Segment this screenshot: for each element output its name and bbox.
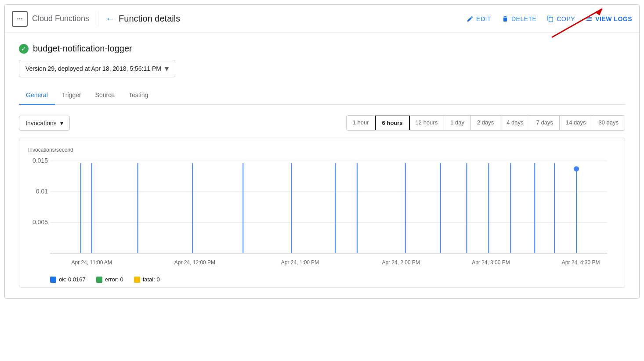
tab-trigger[interactable]: Trigger bbox=[55, 86, 88, 105]
svg-text:Apr 24, 1:00 PM: Apr 24, 1:00 PM bbox=[281, 259, 319, 266]
svg-text:Apr 24, 4:30 PM: Apr 24, 4:30 PM bbox=[562, 259, 600, 266]
time-range-buttons: 1 hour 6 hours 12 hours 1 day 2 days 4 d… bbox=[346, 115, 625, 131]
top-nav: ··· Cloud Functions ← Function details E… bbox=[5, 5, 639, 33]
svg-text:Apr 24, 12:00 PM: Apr 24, 12:00 PM bbox=[174, 259, 215, 266]
tabs-bar: General Trigger Source Testing bbox=[19, 86, 625, 105]
delete-button[interactable]: DELETE bbox=[502, 15, 536, 22]
edit-button[interactable]: EDIT bbox=[467, 15, 491, 22]
chart-svg: 0.015 0.01 0.005 bbox=[28, 157, 616, 271]
time-btn-4days[interactable]: 4 days bbox=[500, 116, 530, 130]
time-btn-14days[interactable]: 14 days bbox=[560, 116, 593, 130]
time-btn-7days[interactable]: 7 days bbox=[530, 116, 560, 130]
function-name: budget-notification-logger bbox=[33, 44, 132, 54]
svg-text:Apr 24, 2:00 PM: Apr 24, 2:00 PM bbox=[382, 259, 420, 266]
metric-selector[interactable]: Invocations ▾ bbox=[19, 116, 70, 131]
legend-ok-color bbox=[50, 277, 56, 283]
view-logs-button[interactable]: VIEW LOGS bbox=[586, 15, 632, 22]
time-btn-1day[interactable]: 1 day bbox=[444, 116, 471, 130]
tab-testing[interactable]: Testing bbox=[122, 86, 155, 105]
y-axis-label: Invocations/second bbox=[28, 147, 616, 153]
view-logs-icon bbox=[586, 15, 593, 22]
legend-fatal-label: fatal: 0 bbox=[143, 276, 160, 283]
legend-error-label: error: 0 bbox=[105, 276, 123, 283]
function-header: ✓ budget-notification-logger bbox=[19, 44, 625, 54]
main-content: ✓ budget-notification-logger Version 29,… bbox=[5, 33, 639, 298]
chart-area: 0.015 0.01 0.005 bbox=[28, 157, 616, 271]
edit-icon bbox=[467, 15, 474, 22]
version-label: Version 29, deployed at Apr 18, 2018, 5:… bbox=[25, 65, 161, 72]
tab-general[interactable]: General bbox=[19, 86, 55, 105]
logo-icon: ··· bbox=[12, 11, 28, 27]
version-selector[interactable]: Version 29, deployed at Apr 18, 2018, 5:… bbox=[19, 60, 175, 77]
legend-ok: ok: 0.0167 bbox=[50, 276, 86, 283]
legend-fatal: fatal: 0 bbox=[134, 276, 160, 283]
page-title: Function details bbox=[119, 14, 467, 24]
legend-error: error: 0 bbox=[96, 276, 123, 283]
copy-icon bbox=[547, 15, 554, 22]
copy-button[interactable]: COPY bbox=[547, 15, 575, 22]
svg-text:0.015: 0.015 bbox=[33, 157, 48, 164]
back-button[interactable]: ← bbox=[105, 13, 115, 25]
time-btn-12hours[interactable]: 12 hours bbox=[409, 116, 445, 130]
time-btn-2days[interactable]: 2 days bbox=[471, 116, 500, 130]
legend-ok-label: ok: 0.0167 bbox=[59, 276, 86, 283]
tab-source[interactable]: Source bbox=[88, 86, 122, 105]
legend-error-color bbox=[96, 277, 102, 283]
chart-container: Invocations/second 0.015 0.01 0.005 bbox=[19, 138, 625, 288]
time-btn-6hours[interactable]: 6 hours bbox=[375, 115, 410, 131]
app-name: Cloud Functions bbox=[32, 14, 89, 23]
svg-text:Apr 24, 3:00 PM: Apr 24, 3:00 PM bbox=[472, 259, 510, 266]
svg-text:0.01: 0.01 bbox=[36, 188, 48, 195]
app-logo: ··· Cloud Functions bbox=[12, 11, 98, 27]
metric-chevron-icon: ▾ bbox=[60, 120, 63, 127]
chevron-down-icon: ▾ bbox=[165, 64, 169, 73]
svg-point-24 bbox=[574, 166, 579, 171]
time-btn-1hour[interactable]: 1 hour bbox=[347, 116, 376, 130]
legend-fatal-color bbox=[134, 277, 140, 283]
svg-text:Apr 24, 11:00 AM: Apr 24, 11:00 AM bbox=[72, 259, 112, 266]
time-btn-30days[interactable]: 30 days bbox=[592, 116, 625, 130]
nav-actions: EDIT DELETE COPY VIEW LOGS bbox=[467, 15, 632, 22]
status-icon: ✓ bbox=[19, 44, 29, 54]
chart-legend: ok: 0.0167 error: 0 fatal: 0 bbox=[28, 276, 616, 283]
chart-controls: Invocations ▾ 1 hour 6 hours 12 hours 1 … bbox=[19, 115, 625, 131]
delete-icon bbox=[502, 15, 509, 22]
svg-text:0.005: 0.005 bbox=[33, 219, 48, 226]
metric-label: Invocations bbox=[25, 120, 57, 127]
